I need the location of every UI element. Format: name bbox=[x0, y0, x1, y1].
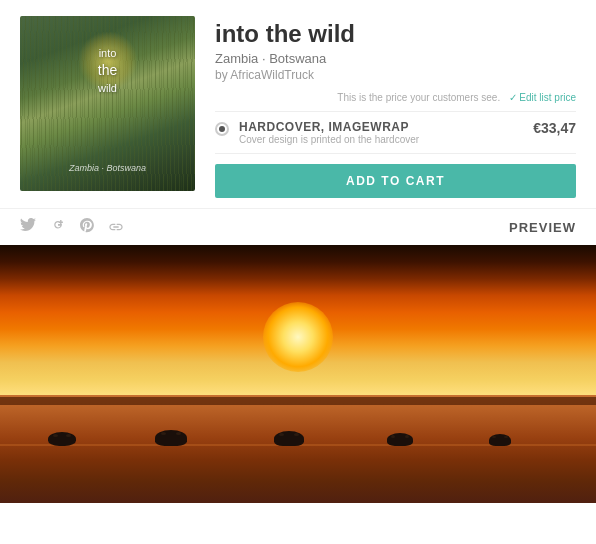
option-desc: Cover design is printed on the hardcover bbox=[239, 134, 523, 145]
edit-list-price-link[interactable]: ✓ Edit list price bbox=[509, 92, 576, 103]
option-radio[interactable] bbox=[215, 122, 229, 136]
price-note: This is the price your customers see. ✓ … bbox=[215, 92, 576, 103]
hippo-2 bbox=[155, 430, 187, 446]
hero-image bbox=[0, 245, 596, 503]
gplus-icon[interactable] bbox=[50, 218, 66, 236]
sun bbox=[263, 302, 333, 372]
cover-line3: wild bbox=[20, 81, 195, 96]
pinterest-icon[interactable] bbox=[80, 217, 94, 237]
hero-background bbox=[0, 245, 596, 503]
water bbox=[0, 395, 596, 503]
product-option[interactable]: HARDCOVER, IMAGEWRAP Cover design is pri… bbox=[215, 111, 576, 154]
preview-button[interactable]: PREVIEW bbox=[509, 220, 576, 235]
hippo-5 bbox=[489, 434, 511, 446]
top-section: into the wild Zambia · Botswana into the… bbox=[0, 0, 596, 245]
hippo-1 bbox=[48, 432, 76, 446]
cover-subtitle: Zambia · Botswana bbox=[20, 163, 195, 173]
twitter-icon[interactable] bbox=[20, 218, 36, 236]
hippos-group bbox=[0, 416, 596, 446]
link-icon[interactable] bbox=[108, 218, 124, 236]
product-info: into the wild Zambia · Botswana by Afric… bbox=[215, 16, 576, 198]
hippo-3 bbox=[274, 431, 304, 446]
product-title: into the wild bbox=[215, 20, 576, 48]
book-cover: into the wild Zambia · Botswana bbox=[20, 16, 195, 191]
action-bar: PREVIEW bbox=[0, 208, 596, 245]
book-cover-title-overlay: into the wild bbox=[20, 46, 195, 96]
price-note-text: This is the price your customers see. bbox=[337, 92, 500, 103]
product-location: Zambia · Botswana bbox=[215, 51, 576, 66]
product-author: by AfricaWildTruck bbox=[215, 68, 576, 82]
horizon-line bbox=[0, 397, 596, 405]
option-price: €33,47 bbox=[533, 120, 576, 136]
option-details: HARDCOVER, IMAGEWRAP Cover design is pri… bbox=[239, 120, 523, 145]
cover-line2: the bbox=[20, 61, 195, 81]
cover-line1: into bbox=[20, 46, 195, 61]
option-name: HARDCOVER, IMAGEWRAP bbox=[239, 120, 523, 134]
hippo-4 bbox=[387, 433, 413, 446]
add-to-cart-button[interactable]: ADD TO CART bbox=[215, 164, 576, 198]
product-area: into the wild Zambia · Botswana into the… bbox=[0, 0, 596, 208]
